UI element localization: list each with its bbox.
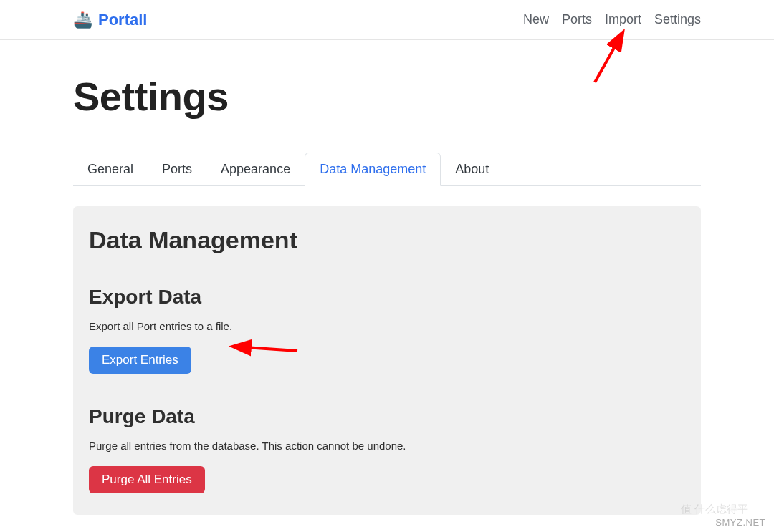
purge-section: Purge Data Purge all entries from the da… [89, 405, 685, 493]
data-management-panel: Data Management Export Data Export all P… [73, 206, 701, 515]
navbar: 🚢 Portall New Ports Import Settings [0, 0, 774, 40]
nav-new[interactable]: New [523, 12, 549, 27]
watermark-en: SMYZ.NET [715, 517, 765, 528]
nav-ports[interactable]: Ports [562, 12, 592, 27]
nav-settings[interactable]: Settings [654, 12, 701, 27]
main-container: Settings General Ports Appearance Data M… [0, 40, 774, 515]
tab-about[interactable]: About [441, 153, 503, 185]
nav-links: New Ports Import Settings [523, 12, 701, 27]
purge-title: Purge Data [89, 405, 685, 428]
page-title: Settings [73, 73, 701, 120]
export-title: Export Data [89, 286, 685, 309]
tab-appearance[interactable]: Appearance [206, 153, 305, 185]
brand-link[interactable]: 🚢 Portall [73, 11, 147, 29]
purge-all-button[interactable]: Purge All Entries [89, 466, 205, 493]
tab-ports[interactable]: Ports [148, 153, 206, 185]
panel-heading: Data Management [89, 226, 685, 254]
watermark-cn: 值 什么虑得平 [681, 503, 748, 516]
export-desc: Export all Port entries to a file. [89, 320, 685, 332]
purge-desc: Purge all entries from the database. Thi… [89, 440, 685, 452]
ship-icon: 🚢 [73, 11, 92, 29]
export-section: Export Data Export all Port entries to a… [89, 286, 685, 374]
brand-name: Portall [98, 11, 147, 29]
tab-general[interactable]: General [73, 153, 148, 185]
export-entries-button[interactable]: Export Entries [89, 347, 191, 374]
tab-data-management[interactable]: Data Management [305, 153, 441, 186]
nav-import[interactable]: Import [605, 12, 641, 27]
settings-tabs: General Ports Appearance Data Management… [73, 153, 701, 186]
